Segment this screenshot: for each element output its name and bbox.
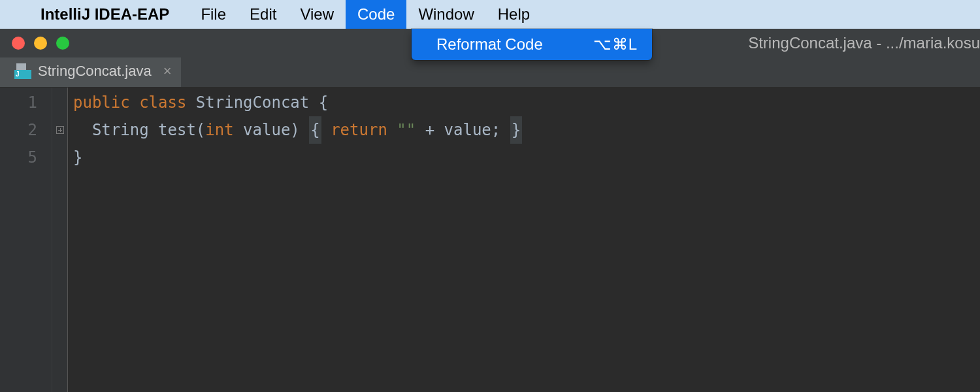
code-token: public	[73, 89, 130, 116]
code-line[interactable]: }	[73, 144, 522, 171]
code-token: value)	[234, 116, 310, 144]
code-token: String test(	[73, 116, 205, 144]
line-number: 5	[0, 144, 37, 171]
code-token: ""	[397, 116, 416, 144]
dropdown-item-label: Reformat Code	[436, 35, 543, 54]
code-menu-dropdown: Reformat Code⌥⌘L	[412, 29, 652, 60]
fold-marker	[52, 144, 67, 171]
macos-menubar: IntelliJ IDEA-EAP FileEditViewCodeWindow…	[0, 0, 980, 29]
code-token	[130, 89, 139, 116]
code-token: class	[139, 89, 186, 116]
dropdown-item-reformat-code[interactable]: Reformat Code⌥⌘L	[412, 31, 652, 57]
code-token: {	[309, 116, 321, 144]
line-number: 2	[0, 116, 37, 144]
close-window-button[interactable]	[12, 37, 25, 50]
menu-item-edit[interactable]: Edit	[238, 0, 288, 29]
code-token: StringConcat {	[186, 89, 328, 116]
code-token: int	[205, 116, 233, 144]
app-name[interactable]: IntelliJ IDEA-EAP	[41, 5, 169, 24]
code-token: }	[73, 144, 82, 171]
fold-marker[interactable]	[52, 116, 67, 144]
editor-tab-row: StringConcat.java×	[0, 57, 980, 88]
editor-tab[interactable]: StringConcat.java×	[0, 57, 181, 87]
menu-item-help[interactable]: Help	[486, 0, 542, 29]
menu-items: FileEditViewCodeWindowHelp	[189, 0, 542, 29]
code-token: + value;	[416, 116, 510, 144]
fold-marker	[52, 89, 67, 116]
dropdown-item-shortcut: ⌥⌘L	[593, 35, 638, 54]
menu-item-view[interactable]: View	[288, 0, 346, 29]
code-token	[321, 116, 331, 144]
menu-item-window[interactable]: Window	[406, 0, 485, 29]
code-editor[interactable]: 125 public class StringConcat { String t…	[0, 88, 980, 392]
line-number-gutter: 125	[0, 88, 52, 392]
code-line[interactable]: String test(int value) { return "" + val…	[73, 116, 522, 144]
fold-expand-icon[interactable]	[56, 126, 64, 134]
fold-column	[52, 88, 68, 392]
code-token	[387, 116, 397, 144]
line-number: 1	[0, 89, 37, 116]
java-file-icon	[14, 63, 30, 79]
code-token: return	[331, 116, 387, 144]
code-line[interactable]: public class StringConcat {	[73, 89, 522, 116]
code-area[interactable]: public class StringConcat { String test(…	[68, 88, 522, 392]
code-token: }	[510, 116, 522, 144]
menu-item-file[interactable]: File	[189, 0, 238, 29]
close-tab-icon[interactable]: ×	[163, 63, 172, 80]
tab-filename: StringConcat.java	[38, 63, 152, 80]
menu-item-code[interactable]: Code	[346, 0, 406, 29]
